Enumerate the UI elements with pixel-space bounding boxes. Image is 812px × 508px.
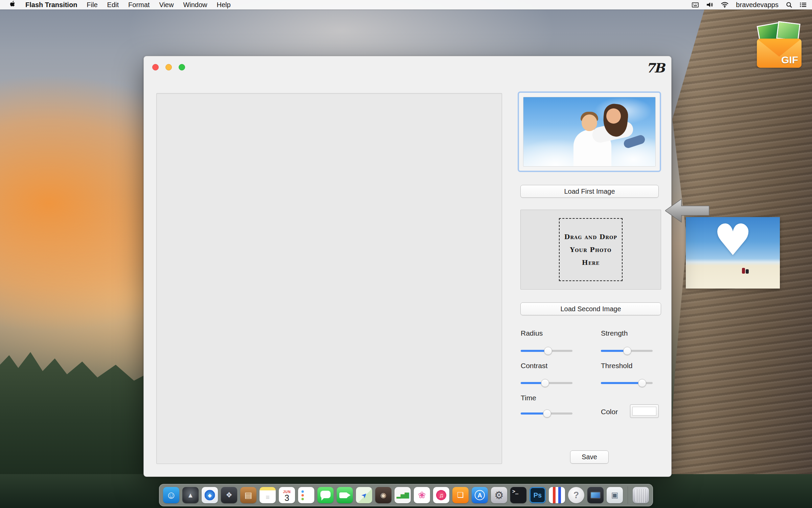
dock-icon-app-store[interactable]: A <box>472 487 488 503</box>
first-image-preview <box>523 97 656 167</box>
dock-icon-calendar[interactable]: JUN 3 <box>279 487 295 503</box>
drop-zone-line-1: Drag and Drop <box>564 230 617 243</box>
strength-slider[interactable] <box>601 347 653 355</box>
threshold-slider[interactable] <box>601 379 653 387</box>
capture-frame-icon: ▣ <box>611 491 618 499</box>
compass-icon: ◆ <box>208 493 212 498</box>
menu-help[interactable]: Help <box>212 0 235 9</box>
dock-icon-notes[interactable]: ≡ <box>260 487 276 503</box>
contrast-slider-knob[interactable] <box>541 379 549 387</box>
menu-view[interactable]: View <box>154 0 178 9</box>
drag-direction-arrow-icon <box>665 198 710 224</box>
menu-bar: Flash Transition File Edit Format View W… <box>0 0 812 9</box>
save-button[interactable]: Save <box>570 450 609 464</box>
menu-bar-status: bravedevapps <box>692 0 812 9</box>
dock-icon-mission-control[interactable]: ❖ <box>221 487 237 503</box>
gif-badge-label: GIF <box>781 54 798 66</box>
dock-icon-photo-booth[interactable]: ◉ <box>375 487 391 503</box>
color-well[interactable] <box>630 404 659 418</box>
dock-icon-display[interactable] <box>587 487 604 503</box>
menu-window[interactable]: Window <box>178 0 212 9</box>
volume-icon[interactable] <box>706 2 714 7</box>
dock-icon-maps[interactable]: ➤ <box>356 487 372 503</box>
dock: ☺ ▲ ◆ ❖ ▤ ≡ JUN 3 ➤ ◉ ▂▅▇ ❀ ♫ ❏ A ⚙ >_ P… <box>159 484 653 506</box>
menu-edit[interactable]: Edit <box>103 0 123 9</box>
photoshop-ps-icon: Ps <box>534 492 542 499</box>
menu-username[interactable]: bravedevapps <box>736 1 779 9</box>
dock-icon-flash-transition-app[interactable] <box>549 487 565 503</box>
video-camera-icon <box>339 492 347 498</box>
dock-icon-finder[interactable]: ☺ <box>163 487 179 503</box>
dock-icon-safari[interactable]: ◆ <box>202 487 218 503</box>
dock-icon-help[interactable]: ? <box>568 487 584 503</box>
speech-bubble-icon <box>320 491 331 498</box>
color-label: Color <box>601 408 618 416</box>
menu-format[interactable]: Format <box>123 0 154 9</box>
minimize-button[interactable] <box>165 64 172 70</box>
apple-menu[interactable] <box>5 0 21 9</box>
time-slider-knob[interactable] <box>543 409 551 418</box>
threshold-label: Threshold <box>601 362 632 370</box>
thumb-person-1 <box>742 268 745 274</box>
time-slider[interactable] <box>521 409 572 418</box>
contrast-slider[interactable] <box>521 379 572 387</box>
dock-icon-photos[interactable]: ❀ <box>414 487 430 503</box>
close-button[interactable] <box>152 64 159 70</box>
first-image-well[interactable] <box>518 91 661 172</box>
keyboard-input-icon[interactable] <box>692 2 699 7</box>
radius-slider[interactable] <box>521 347 572 355</box>
wifi-icon[interactable] <box>721 2 728 8</box>
dock-icon-ibooks[interactable]: ❏ <box>452 487 469 503</box>
developer-logo: 7B <box>646 60 664 76</box>
navigation-arrow-icon: ➤ <box>360 491 368 500</box>
dock-icon-itunes[interactable]: ♫ <box>433 487 449 503</box>
app-store-a-icon: A <box>475 490 485 500</box>
menu-app-name[interactable]: Flash Transition <box>21 0 82 9</box>
man-head-shape <box>582 114 597 131</box>
gif-photo-2 <box>776 21 800 41</box>
drop-zone-line-2: Your Photo <box>570 243 612 256</box>
dock-icon-contacts[interactable]: ▤ <box>240 487 256 503</box>
spotlight-icon[interactable] <box>786 2 792 8</box>
contrast-label: Contrast <box>521 362 547 370</box>
notification-center-icon[interactable] <box>800 2 807 7</box>
color-swatch <box>632 407 656 416</box>
camera-lens-icon: ◉ <box>380 492 386 499</box>
zoom-button[interactable] <box>179 64 185 70</box>
gif-maker-desktop-icon[interactable]: GIF <box>757 22 802 68</box>
dock-icon-terminal[interactable]: >_ <box>510 487 526 503</box>
strength-label: Strength <box>601 329 628 337</box>
menu-bar-left: Flash Transition File Edit Format View W… <box>0 0 235 9</box>
menu-file[interactable]: File <box>82 0 102 9</box>
windows-icon: ❖ <box>226 491 232 499</box>
dock-icon-launchpad[interactable]: ▲ <box>182 487 199 503</box>
dock-icon-image-capture[interactable]: ▣ <box>607 487 623 503</box>
radius-slider-knob[interactable] <box>544 347 552 355</box>
time-label: Time <box>521 394 536 402</box>
apple-icon <box>10 1 16 9</box>
dock-icon-photoshop[interactable]: Ps <box>529 487 546 503</box>
dock-icon-system-preferences[interactable]: ⚙ <box>491 487 507 503</box>
dock-icon-trash[interactable] <box>633 487 649 503</box>
dock-icon-numbers-chart[interactable]: ▂▅▇ <box>394 487 411 503</box>
thumb-person-2 <box>746 269 749 274</box>
dock-icon-reminders[interactable] <box>298 487 314 503</box>
threshold-slider-knob[interactable] <box>638 379 646 387</box>
strength-slider-knob[interactable] <box>623 347 631 355</box>
woman-head-shape <box>606 108 621 124</box>
rocket-icon: ▲ <box>187 492 194 499</box>
dock-icon-facetime[interactable] <box>337 487 353 503</box>
radius-label: Radius <box>521 329 543 337</box>
dock-icon-messages[interactable] <box>317 487 334 503</box>
address-book-icon: ▤ <box>245 491 252 499</box>
heart-cloud-photo-thumbnail[interactable]: ♥ <box>686 217 780 289</box>
load-first-image-button[interactable]: Load First Image <box>520 185 659 198</box>
load-second-image-button[interactable]: Load Second Image <box>520 302 661 315</box>
desktop-screen: Flash Transition File Edit Format View W… <box>0 0 812 508</box>
second-image-well[interactable]: Drag and Drop Your Photo Here <box>520 210 661 290</box>
drop-zone-line-3: Here <box>582 256 600 269</box>
drag-drop-zone[interactable]: Drag and Drop Your Photo Here <box>559 218 623 281</box>
calendar-day-label: 3 <box>285 494 289 502</box>
question-mark-icon: ? <box>573 491 579 500</box>
reminder-dots-icon <box>301 490 304 493</box>
